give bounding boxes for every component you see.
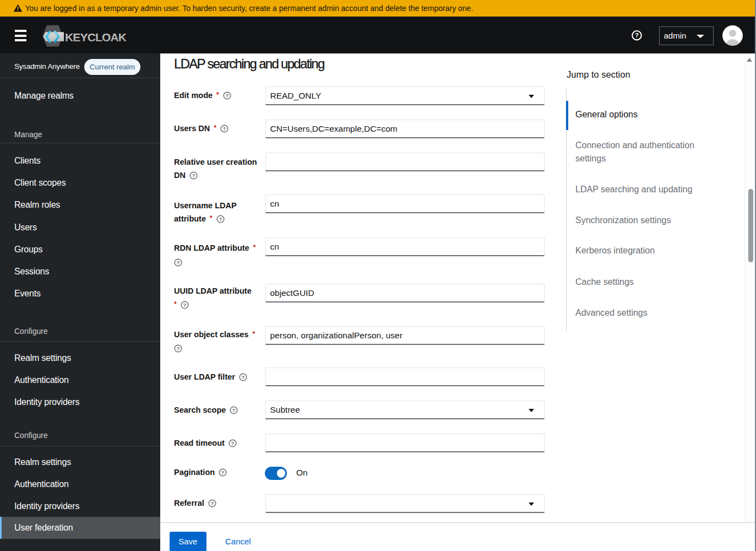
- svg-text:?: ?: [231, 440, 234, 446]
- svg-text:?: ?: [635, 32, 639, 39]
- svg-text:?: ?: [221, 469, 225, 476]
- svg-text:?: ?: [210, 500, 214, 506]
- svg-text:?: ?: [219, 216, 222, 222]
- svg-text:?: ?: [242, 374, 245, 380]
- svg-text:?: ?: [223, 126, 226, 132]
- svg-text:?: ?: [192, 172, 195, 179]
- svg-text:?: ?: [177, 345, 180, 352]
- svg-text:?: ?: [177, 260, 180, 266]
- svg-text:?: ?: [225, 93, 229, 99]
- svg-text:KEYCLOAK: KEYCLOAK: [65, 31, 127, 44]
- svg-text:?: ?: [232, 407, 236, 413]
- svg-text:?: ?: [183, 302, 186, 308]
